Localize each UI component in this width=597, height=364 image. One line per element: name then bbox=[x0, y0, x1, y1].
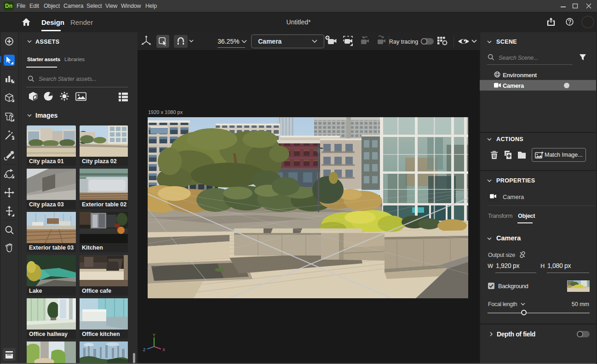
svg-text:36.25%: 36.25% bbox=[218, 38, 239, 45]
svg-text:Z: Z bbox=[143, 347, 146, 352]
svg-text:Camera: Camera bbox=[258, 38, 282, 45]
svg-text:Ray tracing: Ray tracing bbox=[389, 39, 418, 45]
svg-text:Y: Y bbox=[153, 333, 155, 337]
svg-text:X: X bbox=[162, 347, 165, 352]
